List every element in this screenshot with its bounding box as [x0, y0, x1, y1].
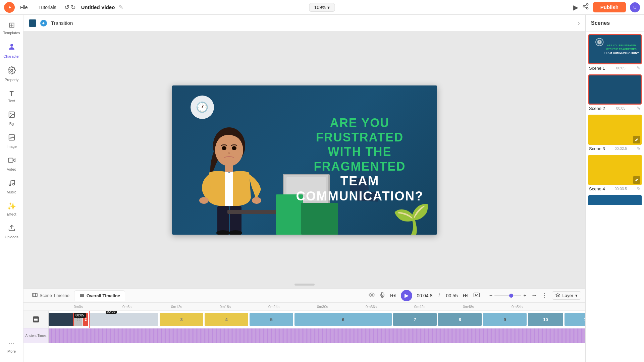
- skip-forward-icon[interactable]: ⏭: [463, 292, 469, 299]
- scene-1-edit-icon[interactable]: ✎: [637, 65, 641, 71]
- scene-card-2-label: Scene 2 00:05 ✎: [588, 105, 641, 112]
- scene-4-edit-icon[interactable]: ✎: [637, 186, 641, 191]
- scene-card-5[interactable]: [588, 195, 641, 205]
- user-avatar[interactable]: U: [630, 2, 640, 12]
- scene-4-name: Scene 4: [589, 186, 605, 191]
- sidebar-item-video[interactable]: Video: [2, 153, 22, 175]
- svg-point-3: [583, 6, 585, 7]
- sidebar-label-video: Video: [7, 167, 16, 171]
- ruler-mark-1: 0m6s: [122, 305, 171, 309]
- layer-dropdown[interactable]: Layer ▾: [552, 291, 581, 300]
- file-menu[interactable]: File: [18, 3, 30, 11]
- eye-toggle-icon[interactable]: [369, 292, 375, 299]
- redo-btn[interactable]: ↻: [71, 4, 76, 11]
- captions-icon[interactable]: [473, 292, 480, 300]
- audio-track-label: Ancient Times: [23, 328, 49, 343]
- scene-card-3-label: Scene 3 00:02.5 ✎: [588, 145, 641, 152]
- sidebar-label-effect: Effect: [7, 212, 16, 216]
- more-icon: ···: [8, 339, 14, 348]
- zoom-slider[interactable]: [494, 295, 521, 296]
- scene-block-7[interactable]: 7: [393, 313, 437, 326]
- sidebar-item-property[interactable]: Property: [2, 63, 22, 85]
- scene-4-edit-overlay[interactable]: [633, 176, 640, 184]
- undo-btn[interactable]: ↺: [64, 4, 69, 11]
- scene-block-2[interactable]: [90, 313, 158, 326]
- sidebar-label-uploads: Uploads: [5, 235, 18, 239]
- scene-card-4[interactable]: Scene 4 00:03.5 ✎: [588, 155, 641, 192]
- left-sidebar: ⊞ Templates Character Property T Text Bg: [0, 15, 23, 362]
- video-icon: [8, 157, 15, 166]
- svg-rect-41: [34, 320, 38, 321]
- sidebar-item-image[interactable]: Image: [2, 130, 22, 152]
- timeline-tabs: Scene Timeline Overall Timeline ⏮: [23, 289, 585, 303]
- templates-icon: ⊞: [9, 21, 15, 29]
- image-icon: [8, 134, 15, 143]
- scene-timeline-tab[interactable]: Scene Timeline: [28, 290, 74, 301]
- svg-point-34: [371, 294, 372, 296]
- right-panel: Scenes 🕐 ARE YOU FRUSTRATED WITH THE FRA…: [585, 15, 644, 362]
- scene-2-edit-icon[interactable]: ✎: [637, 106, 641, 111]
- topbar: File Tutorials ↺ ↻ Untitled Video ✎ 109%…: [0, 0, 644, 15]
- total-time: 00:55: [446, 293, 458, 298]
- ruler-mark-0: 0m0s: [74, 305, 122, 309]
- preview-play-icon[interactable]: ▶: [573, 3, 578, 11]
- scene-block-11[interactable]: 11: [565, 313, 585, 326]
- collapse-right-icon[interactable]: ›: [578, 19, 580, 27]
- sidebar-more-btn[interactable]: ··· More: [2, 336, 22, 358]
- sidebar-item-templates[interactable]: ⊞ Templates: [2, 17, 22, 38]
- overall-timeline-tab[interactable]: Overall Timeline: [74, 290, 125, 301]
- main-canvas[interactable]: 🕐: [172, 85, 437, 235]
- scene-4-time: 00:03.5: [615, 187, 627, 191]
- edit-title-icon[interactable]: ✎: [119, 4, 123, 10]
- publish-button[interactable]: Publish: [593, 2, 626, 12]
- canvas-area: 🕐: [23, 32, 585, 288]
- skip-back-icon[interactable]: ⏮: [390, 292, 396, 299]
- sidebar-item-more[interactable]: ··· More: [2, 336, 22, 357]
- timeline-tracks: 00:05 00:05: [23, 311, 585, 362]
- file-title: Untitled Video: [81, 4, 115, 10]
- scene-card-1[interactable]: 🕐 ARE YOU FRUSTRATED WITH THE FRAGMENTED…: [588, 34, 641, 72]
- playhead[interactable]: 00:05: [89, 311, 90, 328]
- svg-rect-21: [225, 165, 233, 172]
- scene-card-3[interactable]: Scene 3 00:02.5 ✎: [588, 115, 641, 152]
- ruler-mark-9: 0m54s: [512, 305, 560, 309]
- scene-card-1-label: Scene 1 00:05 ✎: [588, 64, 641, 72]
- sidebar-item-bg[interactable]: Bg: [2, 108, 22, 129]
- zoom-minus-btn[interactable]: −: [489, 293, 492, 299]
- scene-3-edit-icon[interactable]: ✎: [637, 146, 641, 151]
- scene-block-10[interactable]: 10: [528, 313, 563, 326]
- scene-card-2[interactable]: Scene 2 00:05 ✎: [588, 74, 641, 112]
- canvas-text-line1: ARE YOU FRUSTRATED: [293, 116, 427, 144]
- ruler-mark-8: 0m48s: [463, 305, 512, 309]
- scene-block-8[interactable]: 8: [438, 313, 482, 326]
- svg-text:ARE YOU FRUSTRATED: ARE YOU FRUSTRATED: [607, 44, 636, 47]
- sidebar-label-property: Property: [5, 78, 19, 82]
- zoom-timeline: − +: [489, 293, 527, 299]
- expand-timeline-icon[interactable]: ↔: [531, 292, 537, 299]
- tutorials-menu[interactable]: Tutorials: [37, 3, 58, 11]
- more-timeline-icon[interactable]: ⋮: [542, 292, 547, 299]
- sidebar-item-character[interactable]: Character: [2, 40, 22, 62]
- sidebar-item-music[interactable]: Music: [2, 176, 22, 197]
- sidebar-item-effect[interactable]: ✨ Effect: [2, 199, 22, 220]
- zoom-plus-btn[interactable]: +: [523, 293, 526, 299]
- share-icon[interactable]: [582, 3, 589, 11]
- zoom-dropdown[interactable]: 109% ▾: [309, 3, 335, 12]
- sidebar-item-uploads[interactable]: Uploads: [2, 221, 22, 242]
- effect-icon: ✨: [7, 202, 16, 211]
- svg-rect-52: [590, 75, 640, 104]
- scene-block-3[interactable]: 3: [160, 313, 203, 326]
- current-time: 00:04.8: [417, 293, 433, 298]
- scene-block-5[interactable]: 5: [250, 313, 293, 326]
- play-button[interactable]: ▶: [401, 290, 412, 301]
- scene-timeline-label: Scene Timeline: [40, 293, 69, 298]
- mic-icon[interactable]: [379, 292, 385, 299]
- scene-block-9[interactable]: 9: [483, 313, 527, 326]
- sidebar-item-text[interactable]: T Text: [2, 86, 22, 106]
- track-menu-icon[interactable]: [33, 316, 39, 322]
- scene-3-edit-overlay[interactable]: [633, 136, 640, 143]
- scene-block-1[interactable]: 00:05: [49, 313, 67, 326]
- bg-color-swatch[interactable]: [29, 19, 36, 27]
- scene-block-6[interactable]: 6: [294, 313, 392, 326]
- scene-block-4[interactable]: 4: [205, 313, 248, 326]
